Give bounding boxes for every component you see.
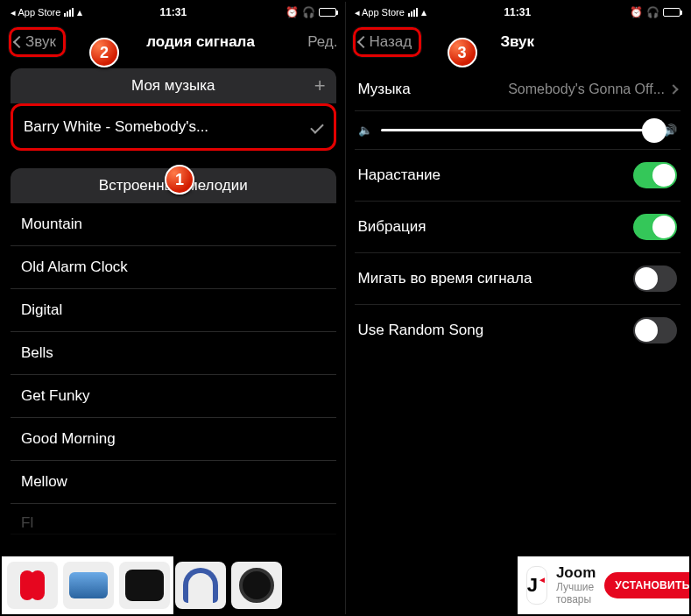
setting-label: Вибрация [358, 218, 427, 236]
volume-low-icon: 🔈 [358, 124, 372, 137]
ad-banner-left[interactable] [2, 556, 173, 614]
list-item[interactable]: Good Morning [11, 418, 336, 461]
setting-rise: Нарастание [355, 150, 681, 202]
status-bar: ◂ App Store ▴ 11:31 ⏰ 🎧 [346, 2, 690, 23]
ad-product-watch [231, 562, 282, 609]
toggle-blink[interactable] [633, 266, 677, 292]
list-item[interactable]: Digital [11, 289, 336, 332]
volume-row: 🔈 🔊 [355, 111, 681, 150]
clock: 11:31 [504, 6, 531, 18]
headphones-icon: 🎧 [646, 6, 659, 18]
list-item[interactable]: Bells [11, 332, 336, 375]
list-item[interactable]: Fl [11, 504, 336, 535]
add-music-button[interactable]: + [314, 76, 326, 96]
battery-icon [319, 8, 336, 17]
ad-product-earbuds-red [7, 562, 58, 609]
back-to-appstore[interactable]: ◂ App Store [355, 7, 405, 18]
selected-track-row[interactable]: Barry White - Somebody's... [11, 103, 336, 151]
headphones-icon: 🎧 [302, 6, 315, 18]
music-value: Somebody's Gonna Off... [508, 81, 665, 97]
step-badge-2: 2 [89, 38, 119, 67]
setting-label: Use Random Song [358, 322, 484, 339]
back-to-appstore[interactable]: ◂ App Store [11, 7, 60, 18]
clock: 11:31 [159, 6, 187, 18]
my-music-header-label: Моя музыка [131, 77, 215, 95]
signal-icon [408, 8, 418, 17]
ad-banner-right[interactable]: J◄ Joom Лучшие товары УСТАНОВИТЬ [518, 556, 689, 614]
list-item[interactable]: Mountain [11, 203, 336, 246]
toggle-vibration[interactable] [633, 214, 677, 240]
back-label: Звук [25, 33, 56, 51]
toggle-random[interactable] [633, 317, 677, 343]
signal-icon [64, 8, 74, 17]
volume-slider[interactable] [381, 129, 655, 131]
nav-bar: Звук лодия сигнала Ред. [2, 23, 345, 61]
setting-label: Нарастание [358, 166, 441, 184]
list-item[interactable]: Get Funky [11, 375, 336, 418]
ad-text: Joom Лучшие товары [556, 564, 596, 605]
ad-product-car [63, 562, 114, 609]
ad-tagline: Лучшие товары [556, 582, 596, 606]
edit-button[interactable]: Ред. [307, 33, 337, 51]
page-title: лодия сигнала [146, 33, 255, 51]
selected-track-label: Barry White - Somebody's... [24, 118, 208, 136]
back-label: Назад [370, 33, 412, 51]
setting-label: Мигать во время сигнала [358, 270, 532, 287]
page-title: Звук [500, 33, 534, 51]
alarm-icon: ⏰ [286, 6, 299, 18]
phone-right: ◂ App Store ▴ 11:31 ⏰ 🎧 Назад Звук Музык… [346, 2, 690, 614]
step-badge-1: 1 [165, 165, 194, 195]
step-badge-3: 3 [448, 38, 477, 67]
back-button[interactable]: Звук [9, 27, 66, 57]
battery-icon [663, 8, 680, 17]
chevron-right-icon [668, 84, 678, 94]
slider-thumb[interactable] [642, 118, 666, 143]
toggle-rise[interactable] [633, 162, 677, 188]
ad-product-headphones [175, 562, 226, 609]
list-item[interactable]: Old Alarm Clock [11, 246, 336, 289]
nav-bar: Назад Звук [346, 23, 690, 61]
alarm-icon: ⏰ [630, 6, 643, 18]
ad-brand: Joom [556, 564, 596, 582]
ad-product-earbuds-black [119, 562, 170, 609]
music-row[interactable]: Музыка Somebody's Gonna Off... [355, 68, 681, 111]
status-bar: ◂ App Store ▴ 11:31 ⏰ 🎧 [2, 2, 345, 23]
setting-blink: Мигать во время сигнала [355, 253, 681, 305]
checkmark-icon [310, 120, 324, 134]
back-button[interactable]: Назад [353, 27, 422, 57]
phone-left: ◂ App Store ▴ 11:31 ⏰ 🎧 Звук лодия сигна… [2, 2, 346, 614]
settings-list: Музыка Somebody's Gonna Off... 🔈 🔊 Нарас… [355, 68, 681, 356]
builtin-list: Mountain Old Alarm Clock Digital Bells G… [11, 203, 336, 614]
music-label: Музыка [358, 81, 411, 98]
setting-vibration: Вибрация [355, 202, 681, 253]
wifi-icon: ▴ [421, 6, 427, 18]
wifi-icon: ▴ [77, 6, 82, 18]
install-button[interactable]: УСТАНОВИТЬ [604, 572, 691, 598]
setting-random: Use Random Song [355, 305, 681, 356]
my-music-header: Моя музыка + [11, 68, 336, 103]
chevron-left-icon [356, 36, 369, 48]
list-item[interactable]: Mellow [11, 461, 336, 504]
chevron-left-icon [13, 36, 25, 48]
joom-logo-icon: J◄ [526, 566, 547, 605]
